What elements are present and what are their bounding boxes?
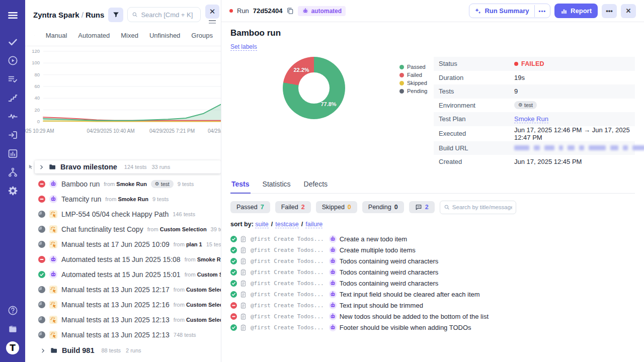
test-row[interactable]: @first Create Todos...New todos should b… <box>230 311 635 322</box>
clipboard-icon <box>240 258 247 264</box>
runs-panel: Zyntra Spark/Runs ✕ Manual Automated Mix… <box>25 0 221 362</box>
play-circle-icon[interactable] <box>4 51 21 70</box>
tests-search[interactable] <box>440 201 516 214</box>
sparkles-icon <box>474 8 481 15</box>
test-suite-path: @first Create Todos... <box>251 324 324 331</box>
tab-automated[interactable]: Automated <box>78 32 110 39</box>
run-list-item[interactable]: Chat functinality test Copyfrom Custom S… <box>25 222 221 237</box>
set-labels-link[interactable]: Set labels <box>230 43 257 51</box>
collapsed-sort-control[interactable] <box>209 20 216 24</box>
tab-unfinished[interactable]: Unfinished <box>149 32 180 39</box>
app-logo[interactable]: T <box>4 338 21 357</box>
tab-manual[interactable]: Manual <box>46 32 67 39</box>
select-all-icon[interactable] <box>34 31 35 40</box>
copy-icon[interactable] <box>286 7 294 15</box>
check-icon[interactable] <box>4 33 21 51</box>
run-tests-count: 146 tests <box>173 211 195 217</box>
test-title: Todos containing weird characters <box>340 280 439 287</box>
run-source: from Custom Selection <box>185 272 221 278</box>
gear-icon[interactable] <box>4 182 21 200</box>
filter-chip-passed[interactable]: Passed7 <box>230 201 270 213</box>
breadcrumb-project[interactable]: Zyntra Spark <box>33 11 79 19</box>
tab-defects[interactable]: Defects <box>303 180 329 193</box>
automated-icon <box>302 8 309 15</box>
runs-history-chart: 02040608010012004/29/2025 10:29 AM04/29/… <box>25 46 221 142</box>
tab-tests[interactable]: Tests <box>230 180 251 194</box>
sort-by-failure[interactable]: failure <box>305 221 323 228</box>
filter-button[interactable] <box>108 8 123 22</box>
test-row[interactable]: @first Create Todos...Todos containing w… <box>230 267 635 278</box>
steps-icon[interactable] <box>4 88 21 107</box>
run-list-item[interactable]: LMP-554 05/04 check Happy Path146 tests <box>25 207 221 222</box>
sort-by-suite[interactable]: suite <box>255 221 268 228</box>
more-options-button[interactable]: ••• <box>602 4 617 18</box>
run-label: Run <box>237 7 249 15</box>
test-row[interactable]: @first Create Todos...Text input should … <box>230 300 635 311</box>
manual-run-icon <box>49 225 57 233</box>
milestone-card[interactable]: Bravo milestone 124 tests33 runs <box>35 160 221 173</box>
tab-statistics[interactable]: Statistics <box>262 180 292 193</box>
milestone-name: Bravo milestone <box>60 163 117 171</box>
filter-chip-comments[interactable]: 2 <box>409 201 435 213</box>
tests-search-input[interactable] <box>452 204 512 210</box>
automated-icon <box>329 268 337 276</box>
build-folder-row[interactable]: Build 981 88 tests2 runs <box>25 342 221 354</box>
runs-search[interactable] <box>127 7 201 22</box>
filter-chip-pending[interactable]: Pending0 <box>362 201 404 213</box>
info-row-created: CreatedJun 17, 2025 12:45 PM <box>434 155 635 169</box>
info-value: Smoke Run <box>514 115 635 123</box>
run-source: from Smoke Run <box>185 256 221 262</box>
sign-in-icon[interactable] <box>4 126 21 144</box>
chevron-right-icon[interactable] <box>39 164 44 170</box>
status-passed-icon <box>230 247 237 253</box>
redacted-block <box>579 145 584 150</box>
test-row[interactable]: @first Create Todos...Create a new todo … <box>230 234 635 245</box>
branch-icon[interactable] <box>4 163 21 182</box>
bar-chart-icon[interactable] <box>4 144 21 163</box>
run-list-item[interactable]: Automated tests at 15 Jun 2025 15:01from… <box>25 267 221 282</box>
close-detail-button[interactable]: ✕ <box>621 4 636 18</box>
status-passed-icon <box>230 269 237 276</box>
run-summary-more-button[interactable]: ••• <box>534 5 550 17</box>
run-list-item[interactable]: Manual tests at 13 Jun 2025 12:13748 tes… <box>25 327 221 342</box>
panel-close-button[interactable]: ✕ <box>205 5 219 19</box>
list-check-icon[interactable] <box>4 70 21 88</box>
report-button[interactable]: Report <box>554 4 598 18</box>
chevron-right-icon[interactable] <box>40 348 46 353</box>
run-list-item[interactable]: Manual tests at 17 Jun 2025 10:09from pl… <box>25 237 221 252</box>
filter-chip-skipped[interactable]: Skipped0 <box>316 201 357 213</box>
folder-icon[interactable] <box>4 320 21 338</box>
run-summary-button[interactable]: Run Summary <box>469 4 534 18</box>
run-list-item[interactable]: Teamcity runfrom Smoke Run9 tests <box>25 192 221 207</box>
run-list-item[interactable]: Manual tests at 13 Jun 2025 12:13from Cu… <box>25 312 221 327</box>
milestone-row[interactable]: Bravo milestone 124 tests33 runs <box>27 160 221 173</box>
run-source: from Smoke Run <box>105 196 148 202</box>
run-list-item[interactable]: Bamboo runfrom Smoke Run⚙test9 tests <box>25 176 221 192</box>
status-passed-icon <box>230 324 237 331</box>
test-plan-link[interactable]: Smoke Run <box>514 115 548 123</box>
filter-chip-failed[interactable]: Failed2 <box>275 201 311 213</box>
automated-badge[interactable]: automated <box>298 6 346 16</box>
test-row[interactable]: @first Create Todos...Create multiple to… <box>230 245 635 256</box>
runs-search-input[interactable] <box>141 11 196 19</box>
chat-icon <box>415 204 422 211</box>
run-list-item[interactable]: Automated tests at 15 Jun 2025 15:08from… <box>25 252 221 267</box>
manual-run-icon <box>49 210 57 218</box>
test-row[interactable]: @first Create Todos...Footer should be v… <box>230 322 635 333</box>
menu-icon[interactable] <box>4 6 21 25</box>
tab-mixed[interactable]: Mixed <box>121 32 138 39</box>
test-row[interactable]: @first Create Todos...Text input field s… <box>230 289 635 300</box>
run-list-item[interactable]: Manual tests at 13 Jun 2025 12:16from Cu… <box>25 297 221 312</box>
svg-text:40: 40 <box>34 95 40 101</box>
sort-by-testcase[interactable]: testcase <box>275 221 299 228</box>
run-list-item[interactable]: Manual tests at 13 Jun 2025 12:17from Cu… <box>25 282 221 297</box>
pointer-icon <box>27 164 34 170</box>
status-neutral-icon <box>38 211 45 218</box>
help-icon[interactable] <box>4 301 21 320</box>
svg-text:04/29/2025: 04/29/2025 <box>208 128 221 134</box>
test-title: New todos should be added to the bottom … <box>340 313 489 320</box>
tab-groups[interactable]: Groups <box>191 32 213 39</box>
test-row[interactable]: @first Create Todos...Todos containing w… <box>230 256 635 267</box>
test-row[interactable]: @first Create Todos...Todos containing w… <box>230 278 635 289</box>
activity-icon[interactable] <box>4 107 21 126</box>
